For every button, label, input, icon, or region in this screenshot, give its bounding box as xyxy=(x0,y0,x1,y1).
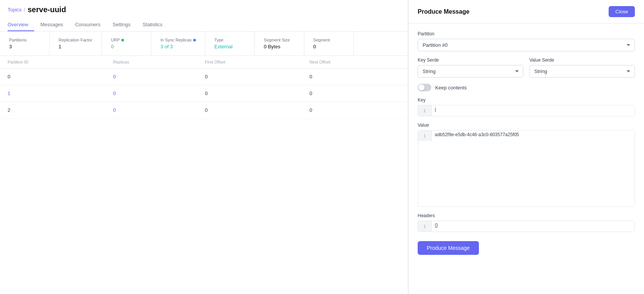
stat-segment-size-label: Segment Size xyxy=(264,38,295,42)
stat-in-sync-value: 3 of 3 xyxy=(161,44,196,49)
breadcrumb-separator: / xyxy=(24,7,25,13)
stat-partitions-value: 3 xyxy=(9,44,40,49)
close-button[interactable]: Close xyxy=(609,6,635,17)
tab-consumers[interactable]: Consumers xyxy=(69,19,106,31)
stats-bar: Partitions 3 Replication Factor 1 URP 0 … xyxy=(0,32,408,56)
cell-first-offset: 0 xyxy=(197,102,302,119)
key-serde-label: Key Serde xyxy=(418,57,523,63)
cell-partition-id: 1 xyxy=(0,85,105,102)
key-serde-select[interactable]: String JSON Avro Binary xyxy=(418,65,523,78)
table-row: 2 0 0 0 xyxy=(0,102,408,119)
produce-message-panel: Produce Message Close Partition Partitio… xyxy=(408,0,644,294)
headers-label: Headers xyxy=(418,213,635,218)
headers-editor[interactable]: 1 {} xyxy=(418,221,635,232)
stat-replication-factor-value: 1 xyxy=(59,44,92,49)
value-input[interactable]: adb52f9e-e5db-4c46-a3c0-803577a25f05 xyxy=(432,130,634,207)
stat-partitions-label: Partitions xyxy=(9,38,40,42)
tab-statistics[interactable]: Statistics xyxy=(137,19,169,31)
key-editor[interactable]: 1 | xyxy=(418,105,635,116)
urp-dot xyxy=(121,39,124,41)
tab-messages[interactable]: Messages xyxy=(34,19,69,31)
partition-label: Partition xyxy=(418,31,635,37)
cell-replicas: 0 xyxy=(105,85,197,102)
breadcrumb-current: serve-uuid xyxy=(27,5,66,14)
cell-first-offset: 0 xyxy=(197,68,302,85)
serde-row: Key Serde String JSON Avro Binary Value … xyxy=(418,57,635,78)
cell-first-offset: 0 xyxy=(197,85,302,102)
key-group: Key 1 | xyxy=(418,97,635,116)
cell-replicas: 0 xyxy=(105,68,197,85)
breadcrumb-topics-link[interactable]: Topics xyxy=(8,7,22,13)
key-code-line: 1 | xyxy=(418,105,634,116)
page-header: Topics / serve-uuid Overview Messages Co… xyxy=(0,0,408,32)
stat-urp-value: 0 xyxy=(111,44,142,49)
stat-type-value: External xyxy=(215,44,245,49)
stat-partitions: Partitions 3 xyxy=(0,32,49,56)
key-label: Key xyxy=(418,97,635,103)
tab-overview[interactable]: Overview xyxy=(8,19,34,31)
produce-title: Produce Message xyxy=(418,8,469,15)
key-serde-group: Key Serde String JSON Avro Binary xyxy=(418,57,523,78)
col-replicas: Replicas xyxy=(105,56,197,68)
stat-segment: Segment 0 xyxy=(304,32,354,56)
value-serde-group: Value Serde String JSON Avro Binary xyxy=(530,57,635,78)
table-row: 0 0 0 0 xyxy=(0,68,408,85)
breadcrumb: Topics / serve-uuid xyxy=(8,5,400,14)
produce-form: Partition Partition #0 Partition #1 Part… xyxy=(409,24,644,294)
tab-settings[interactable]: Settings xyxy=(107,19,137,31)
value-group: Value 1 adb52f9e-e5db-4c46-a3c0-803577a2… xyxy=(418,122,635,207)
partition-table: Partition ID Replicas First Offset Next … xyxy=(0,56,408,119)
headers-input[interactable]: {} xyxy=(432,221,634,232)
headers-code-line: 1 {} xyxy=(418,221,634,232)
partition-table-container: Partition ID Replicas First Offset Next … xyxy=(0,56,408,294)
tabs: Overview Messages Consumers Settings Sta… xyxy=(8,19,400,31)
toggle-knob xyxy=(418,84,425,91)
keep-contents-row: Keep contents xyxy=(418,84,635,91)
stat-segment-value: 0 xyxy=(313,44,344,49)
value-code-line: 1 adb52f9e-e5db-4c46-a3c0-803577a25f05 xyxy=(418,130,634,207)
col-first-offset: First Offset xyxy=(197,56,302,68)
stat-type-label: Type xyxy=(215,38,245,42)
stat-urp: URP 0 xyxy=(102,32,151,56)
cell-next-offset: 0 xyxy=(302,68,408,85)
stat-urp-label: URP xyxy=(111,38,142,42)
stat-in-sync-label: In Sync Replicas xyxy=(161,38,196,42)
stat-in-sync: In Sync Replicas 3 of 3 xyxy=(151,32,205,56)
value-serde-select[interactable]: String JSON Avro Binary xyxy=(530,65,635,78)
value-editor[interactable]: 1 adb52f9e-e5db-4c46-a3c0-803577a25f05 xyxy=(418,130,635,207)
keep-contents-toggle[interactable] xyxy=(418,84,431,91)
keep-contents-label: Keep contents xyxy=(435,85,467,91)
stat-type: Type External xyxy=(205,32,255,56)
cell-next-offset: 0 xyxy=(302,85,408,102)
stat-segment-label: Segment xyxy=(313,38,344,42)
value-label: Value xyxy=(418,122,635,128)
partition-select[interactable]: Partition #0 Partition #1 Partition #2 xyxy=(418,39,635,51)
headers-line-num: 1 xyxy=(418,221,432,232)
value-serde-label: Value Serde xyxy=(530,57,635,63)
table-row: 1 0 0 0 xyxy=(0,85,408,102)
stat-segment-size: Segment Size 0 Bytes xyxy=(255,32,304,56)
produce-message-button[interactable]: Produce Message xyxy=(418,241,479,255)
cell-replicas: 0 xyxy=(105,102,197,119)
stat-segment-size-value: 0 Bytes xyxy=(264,44,295,49)
key-input[interactable]: | xyxy=(432,105,634,116)
value-line-num: 1 xyxy=(418,130,432,141)
cell-partition-id: 0 xyxy=(0,68,105,85)
stat-replication-factor: Replication Factor 1 xyxy=(49,32,102,56)
stat-replication-factor-label: Replication Factor xyxy=(59,38,92,42)
headers-group: Headers 1 {} xyxy=(418,213,635,232)
cell-partition-id: 2 xyxy=(0,102,105,119)
partition-group: Partition Partition #0 Partition #1 Part… xyxy=(418,31,635,51)
in-sync-dot xyxy=(193,39,196,41)
cell-next-offset: 0 xyxy=(302,102,408,119)
col-next-offset: Next Offset xyxy=(302,56,408,68)
produce-header: Produce Message Close xyxy=(409,0,644,24)
col-partition-id: Partition ID xyxy=(0,56,105,68)
key-line-num: 1 xyxy=(418,105,432,116)
